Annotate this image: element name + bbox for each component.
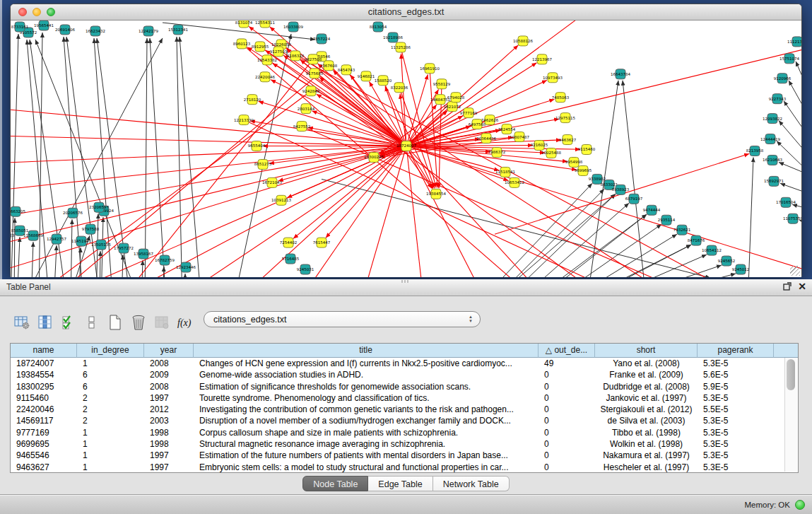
citation-edge-black[interactable] <box>163 267 164 277</box>
table-row[interactable]: 946362711997Embryonic stem cells: a mode… <box>11 462 798 473</box>
graph-node-label: 12213339 <box>234 118 254 122</box>
citation-edge-black[interactable] <box>572 245 691 277</box>
citation-edge-black[interactable] <box>623 81 647 277</box>
citation-edge-red[interactable] <box>11 146 406 164</box>
column-header-title[interactable]: title <box>194 344 539 358</box>
cell-name: 9115460 <box>11 392 77 404</box>
graph-node-label: 8427552 <box>293 124 310 129</box>
cell-out_degree: 0 <box>539 381 595 392</box>
citation-edge-black[interactable] <box>514 203 629 277</box>
show-columns-button[interactable] <box>36 313 54 332</box>
graph-node-label: 9954998 <box>565 160 583 164</box>
cell-short: Tibbo et al. (1998) <box>595 427 698 438</box>
vertical-scrollbar[interactable] <box>784 358 797 472</box>
table-row[interactable]: 977716911998Corpus callosum shape and si… <box>11 427 798 438</box>
column-header-in_degree[interactable]: in_degree <box>77 344 144 358</box>
import-table-button[interactable] <box>153 313 171 332</box>
graph-node-label: 9827508 <box>305 57 322 62</box>
graph-node-label: 9245652 <box>718 259 735 263</box>
table-row[interactable]: 911546021997Tourette syndrome. Phenomeno… <box>11 392 798 404</box>
cell-year: 2012 <box>144 404 194 415</box>
tab-network-table[interactable]: Network Table <box>433 476 510 491</box>
citation-edge-black[interactable] <box>145 38 147 277</box>
row-mode-button[interactable] <box>83 313 101 332</box>
scrollbar-thumb[interactable] <box>787 359 795 390</box>
table-row[interactable]: 2242004622012Investigating the contribut… <box>11 404 798 415</box>
panel-splitter-handle[interactable] <box>401 280 410 283</box>
citation-edge-black[interactable] <box>27 40 49 277</box>
table-select-dropdown[interactable]: citations_edges.txt ▲▼ <box>204 311 481 327</box>
citation-edge-black[interactable] <box>21 38 163 277</box>
selection-mode-button[interactable] <box>59 313 78 332</box>
table-row[interactable]: 1456911722003Disruption of a novel membe… <box>11 415 798 426</box>
citation-edge-black[interactable] <box>17 237 20 277</box>
graph-node-label: 20206576 <box>63 211 83 215</box>
network-canvas[interactable]: 1872400789601238912955182260589127503818… <box>11 21 801 277</box>
citation-edge-black[interactable] <box>796 62 801 125</box>
graph-node-label: 8912955 <box>252 45 269 49</box>
citation-edge-red[interactable] <box>11 146 406 192</box>
citation-edge-black[interactable] <box>150 38 166 277</box>
column-header-short[interactable]: short <box>595 344 698 358</box>
citation-edge-red[interactable] <box>406 44 801 146</box>
graph-node-label: 9227343 <box>769 97 787 101</box>
table-row[interactable]: 1872400712008Changes of HCN gene express… <box>11 358 798 369</box>
zoom-window-button[interactable] <box>47 8 55 16</box>
citation-edge-red[interactable] <box>360 146 406 277</box>
citation-edge-red[interactable] <box>406 146 551 277</box>
citation-edge-black[interactable] <box>799 220 801 227</box>
window-resize-grip[interactable] <box>790 266 800 276</box>
column-header-year[interactable]: year <box>144 344 194 358</box>
citation-edge-black[interactable] <box>780 183 801 197</box>
citation-edge-black[interactable] <box>792 204 801 211</box>
cell-short: Franke et al. (2009) <box>595 369 698 380</box>
graph-node-label: 7462626 <box>481 118 499 122</box>
citation-edge-black[interactable] <box>177 37 182 277</box>
minimize-window-button[interactable] <box>33 8 41 16</box>
citation-edge-black[interactable] <box>122 255 123 277</box>
tab-node-table[interactable]: Node Table <box>302 476 368 491</box>
table-row[interactable]: 946554611997Estimation of the future num… <box>11 450 798 461</box>
graph-node-label: 11518541 <box>495 170 515 174</box>
citation-edge-black[interactable] <box>54 245 57 277</box>
graph-node-label: 8938923 <box>612 187 630 192</box>
create-table-button[interactable] <box>106 313 124 332</box>
graph-node-label: 3624554 <box>498 127 516 132</box>
graph-node-label: 10653412 <box>505 180 524 185</box>
citation-edge-black[interactable] <box>477 183 592 277</box>
graph-node-label: 9146821 <box>358 74 375 78</box>
graph-node-label: 12444419 <box>760 137 780 141</box>
graph-node-label: 19565441 <box>34 23 54 28</box>
citation-edge-black[interactable] <box>100 251 100 277</box>
column-header-name[interactable]: name <box>11 344 77 358</box>
float-panel-icon[interactable] <box>783 282 792 291</box>
citation-edge-black[interactable] <box>620 274 736 277</box>
cell-year: 2008 <box>144 381 194 392</box>
delete-table-button[interactable] <box>129 313 148 332</box>
table-row[interactable]: 1830029562008Estimation of significance … <box>11 381 798 392</box>
citation-edge-black[interactable] <box>31 242 33 277</box>
citation-edge-black[interactable] <box>779 162 801 179</box>
citation-edge-black[interactable] <box>39 33 42 277</box>
citation-edge-red[interactable] <box>297 146 406 277</box>
citation-edge-red[interactable] <box>11 146 406 249</box>
graph-node-label: 7857224 <box>313 37 331 41</box>
graph-node-label: 13958167 <box>134 252 153 256</box>
function-builder-button[interactable]: f(x) <box>176 313 194 332</box>
close-window-button[interactable] <box>18 8 27 16</box>
citation-edge-red[interactable] <box>295 56 749 277</box>
table-settings-button[interactable] <box>13 313 31 332</box>
table-row[interactable]: 1938455462009Genome-wide association stu… <box>11 369 798 380</box>
tab-edge-table[interactable]: Edge Table <box>368 476 433 491</box>
citation-edge-black[interactable] <box>180 37 201 277</box>
cell-title: Investigating the contribution of common… <box>194 404 539 415</box>
window-titlebar[interactable]: citations_edges.txt <box>11 4 801 21</box>
citation-edge-black[interactable] <box>322 179 710 277</box>
column-header-pagerank[interactable]: pagerank <box>698 344 774 358</box>
citation-edge-black[interactable] <box>748 157 753 277</box>
citation-edge-black[interactable] <box>789 81 801 143</box>
citation-edge-black[interactable] <box>562 234 677 277</box>
close-panel-icon[interactable]: ✕ <box>798 281 806 291</box>
table-row[interactable]: 969969511998Structural magnetic resonanc… <box>11 438 798 450</box>
column-header-out_degree[interactable]: △ out_de... <box>539 344 595 358</box>
